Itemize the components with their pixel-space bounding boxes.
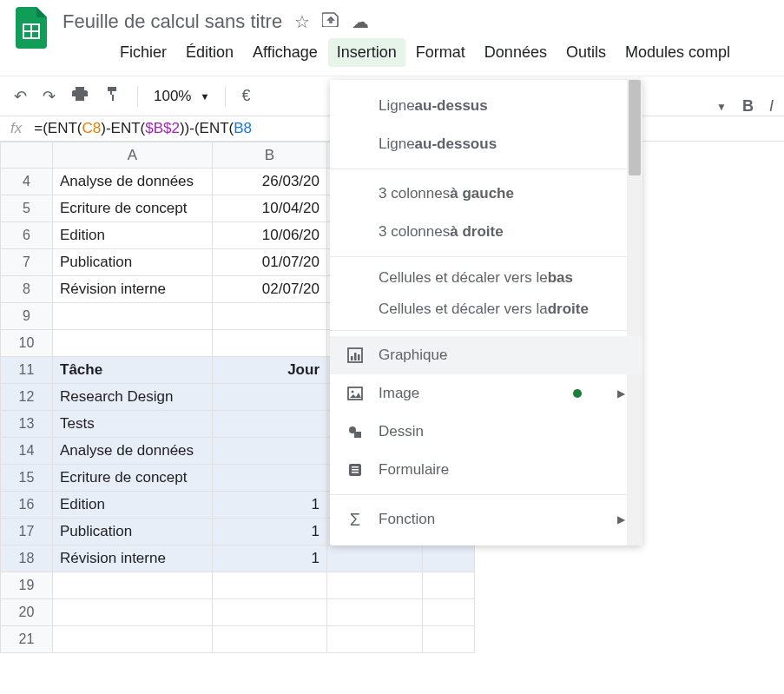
cell[interactable]: Ecriture de concept: [53, 195, 213, 222]
insert-cells-down[interactable]: Cellules et décaler vers le bas: [330, 262, 642, 294]
row-header[interactable]: 18: [1, 545, 53, 572]
currency-icon[interactable]: €: [241, 87, 250, 105]
sheets-logo[interactable]: [14, 10, 49, 45]
cell[interactable]: [213, 384, 327, 411]
cell[interactable]: [53, 572, 213, 599]
row-header[interactable]: 14: [1, 438, 53, 465]
select-all-corner[interactable]: [1, 142, 53, 169]
cell[interactable]: 26/03/20: [213, 169, 327, 195]
table-row[interactable]: 19: [1, 572, 475, 599]
cell[interactable]: 1: [213, 545, 327, 572]
insert-image[interactable]: Image ▶: [330, 374, 642, 413]
undo-icon[interactable]: ↶: [14, 87, 27, 106]
menu-view[interactable]: Affichage: [244, 38, 326, 67]
menu-edit[interactable]: Édition: [177, 38, 242, 67]
insert-cols-right[interactable]: 3 colonnes à droite: [330, 213, 642, 251]
cell[interactable]: [423, 572, 475, 599]
row-header[interactable]: 4: [1, 169, 53, 195]
cell[interactable]: [213, 626, 327, 653]
row-header[interactable]: 6: [1, 222, 53, 249]
cell[interactable]: 02/07/20: [213, 276, 327, 303]
cell[interactable]: Tests: [53, 411, 213, 438]
cell[interactable]: [213, 572, 327, 599]
cell[interactable]: Ecriture de concept: [53, 465, 213, 492]
row-header[interactable]: 7: [1, 249, 53, 276]
formula-input[interactable]: =(ENT(C8)-ENT($B$2))-(ENT(B8: [34, 120, 252, 137]
cell[interactable]: Analyse de données: [53, 438, 213, 465]
row-header[interactable]: 16: [1, 492, 53, 519]
cell[interactable]: 1: [213, 519, 327, 545]
zoom-select[interactable]: 100% ▼: [154, 88, 209, 105]
cell[interactable]: 01/07/20: [213, 249, 327, 276]
menu-data[interactable]: Données: [476, 38, 556, 67]
cell[interactable]: Révision interne: [53, 276, 213, 303]
cell[interactable]: [423, 545, 475, 572]
cell[interactable]: Publication: [53, 519, 213, 545]
menu-format[interactable]: Format: [407, 38, 474, 67]
cell[interactable]: [53, 599, 213, 626]
row-header[interactable]: 8: [1, 276, 53, 303]
cell[interactable]: Tâche: [53, 357, 213, 384]
cell[interactable]: [327, 545, 423, 572]
cell[interactable]: [213, 599, 327, 626]
insert-drawing[interactable]: Dessin: [330, 413, 642, 451]
cell[interactable]: [423, 626, 475, 653]
insert-cols-left[interactable]: 3 colonnes à gauche: [330, 175, 642, 213]
cell[interactable]: Jour: [213, 357, 327, 384]
cell[interactable]: [213, 411, 327, 438]
row-header[interactable]: 20: [1, 599, 53, 626]
redo-icon[interactable]: ↷: [43, 87, 56, 106]
cell[interactable]: [213, 465, 327, 492]
insert-row-below[interactable]: Ligne au-dessous: [330, 125, 642, 163]
row-header[interactable]: 13: [1, 411, 53, 438]
table-row[interactable]: 18Révision interne1: [1, 545, 475, 572]
cell[interactable]: 10/04/20: [213, 195, 327, 222]
row-header[interactable]: 11: [1, 357, 53, 384]
row-header[interactable]: 12: [1, 384, 53, 411]
insert-row-above[interactable]: Ligne au-dessus: [330, 87, 642, 125]
cell[interactable]: [213, 330, 327, 357]
cloud-icon[interactable]: ☁: [352, 11, 369, 32]
italic-button[interactable]: I: [769, 97, 774, 116]
cell[interactable]: [53, 626, 213, 653]
cell[interactable]: [327, 626, 423, 653]
insert-cells-right[interactable]: Cellules et décaler vers la droite: [330, 294, 642, 325]
insert-function[interactable]: Σ Fonction ▶: [330, 500, 642, 539]
row-header[interactable]: 19: [1, 572, 53, 599]
menu-tools[interactable]: Outils: [557, 38, 615, 67]
menu-insert[interactable]: Insertion: [328, 38, 405, 67]
cell[interactable]: [423, 599, 475, 626]
cell[interactable]: [53, 330, 213, 357]
col-header-A[interactable]: A: [53, 142, 213, 169]
table-row[interactable]: 21: [1, 626, 475, 653]
cell[interactable]: [53, 303, 213, 330]
cell[interactable]: [327, 572, 423, 599]
cell[interactable]: [327, 599, 423, 626]
row-header[interactable]: 5: [1, 195, 53, 222]
cell[interactable]: [213, 303, 327, 330]
menu-addons[interactable]: Modules compl: [616, 38, 739, 67]
cell[interactable]: Analyse de données: [53, 169, 213, 195]
cell[interactable]: 1: [213, 492, 327, 519]
col-header-B[interactable]: B: [213, 142, 327, 169]
menu-file[interactable]: Fichier: [111, 38, 175, 67]
insert-chart[interactable]: Graphique: [330, 336, 642, 374]
move-icon[interactable]: [322, 11, 339, 32]
row-header[interactable]: 15: [1, 465, 53, 492]
paint-format-icon[interactable]: [104, 85, 122, 107]
cell[interactable]: Publication: [53, 249, 213, 276]
row-header[interactable]: 17: [1, 519, 53, 545]
cell[interactable]: Edition: [53, 222, 213, 249]
star-icon[interactable]: ☆: [294, 11, 310, 32]
row-header[interactable]: 21: [1, 626, 53, 653]
row-header[interactable]: 9: [1, 303, 53, 330]
dropdown-caret-icon[interactable]: ▼: [716, 101, 727, 113]
bold-button[interactable]: B: [742, 97, 754, 116]
cell[interactable]: Révision interne: [53, 545, 213, 572]
doc-title[interactable]: Feuille de calcul sans titre: [63, 10, 282, 33]
cell[interactable]: [213, 438, 327, 465]
insert-form[interactable]: Formulaire: [330, 451, 642, 489]
cell[interactable]: Edition: [53, 492, 213, 519]
cell[interactable]: 10/06/20: [213, 222, 327, 249]
print-icon[interactable]: [71, 85, 89, 107]
